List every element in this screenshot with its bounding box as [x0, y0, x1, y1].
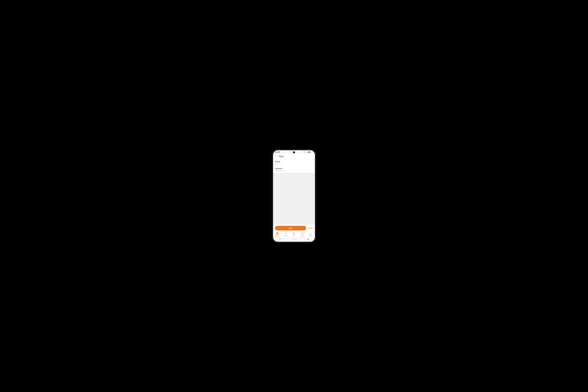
svg-rect-3: [278, 234, 278, 234]
cameras-filter-value: Selected: all: [275, 170, 284, 172]
bluetooth-icon: ✦: [306, 152, 307, 153]
square-icon: [279, 238, 281, 240]
apply-button[interactable]: Apply: [275, 226, 306, 230]
main-content: Period Any › Cameras Selected: all ›: [273, 159, 315, 224]
bottom-navigation: Views Cameras E: [273, 231, 315, 237]
views-icon: [276, 232, 278, 235]
nav-item-eva[interactable]: Eva: [291, 232, 297, 236]
home-button[interactable]: [292, 238, 296, 241]
alarm-icon: ⏰: [303, 152, 305, 153]
location-icon: ◂: [305, 152, 306, 153]
filter-list: Period Any › Cameras Selected: all ›: [273, 159, 315, 173]
period-chevron-icon: ›: [312, 162, 313, 164]
status-time: 3:45 PM: [275, 152, 280, 153]
cameras-nav-label: Cameras: [283, 235, 288, 236]
cameras-filter-item[interactable]: Cameras Selected: all ›: [273, 166, 315, 173]
period-filter-label: Period: [275, 160, 280, 163]
svg-rect-0: [276, 232, 277, 234]
svg-rect-2: [276, 234, 277, 234]
nav-item-more[interactable]: More: [308, 232, 314, 236]
signal-icon: ▐▐▐: [308, 152, 310, 153]
events-icon: [301, 232, 304, 235]
svg-rect-1: [278, 232, 278, 234]
svg-rect-9: [302, 232, 304, 234]
views-nav-label: Views: [276, 235, 279, 236]
reset-button[interactable]: Reset: [308, 227, 313, 229]
more-nav-label: More: [309, 235, 312, 236]
svg-rect-4: [284, 233, 286, 234]
cameras-filter-label: Cameras: [275, 168, 284, 170]
status-icons: ⏰ ◂ ✦ ▐▐▐ ≋ ▭: [303, 152, 313, 153]
wifi-icon: ≋: [310, 152, 312, 153]
cameras-filter-left: Cameras Selected: all: [275, 168, 284, 172]
nav-item-cameras[interactable]: Cameras: [282, 232, 289, 236]
phone-screen: 3:45 PM ⏰ ◂ ✦ ▐▐▐ ≋ ▭ ← Filter: [273, 150, 315, 242]
eva-nav-label: Eva: [293, 235, 295, 236]
battery-icon: ▭: [312, 152, 313, 153]
camera-notch: [293, 151, 295, 154]
period-filter-value: Any: [275, 163, 280, 165]
period-filter-left: Period Any: [275, 160, 280, 165]
page-title: Filter: [279, 155, 284, 158]
app-content: ← Filter Period Any ›: [273, 154, 315, 242]
header: ← Filter: [273, 154, 315, 159]
phone-frame: 3:45 PM ⏰ ◂ ✦ ▐▐▐ ≋ ▭ ← Filter: [272, 149, 316, 243]
nav-item-views[interactable]: Views: [274, 232, 280, 236]
events-nav-label: Events: [300, 235, 304, 236]
more-icon: [310, 232, 312, 235]
home-icon: [293, 238, 295, 240]
period-filter-item[interactable]: Period Any ›: [273, 159, 315, 166]
cameras-icon: [284, 232, 287, 235]
back-nav-icon: [307, 238, 309, 240]
cameras-chevron-icon: ›: [312, 168, 313, 170]
recent-apps-button[interactable]: [278, 238, 282, 241]
svg-point-7: [294, 233, 294, 234]
action-bar: Apply Reset: [273, 224, 315, 231]
nav-item-events[interactable]: Events: [299, 232, 306, 236]
eva-icon: [293, 232, 295, 235]
svg-rect-8: [294, 234, 294, 234]
svg-rect-6: [293, 232, 295, 234]
back-button[interactable]: ←: [275, 155, 277, 158]
svg-marker-5: [286, 233, 287, 234]
back-android-button[interactable]: [306, 238, 310, 241]
android-nav-bar: [273, 237, 315, 242]
